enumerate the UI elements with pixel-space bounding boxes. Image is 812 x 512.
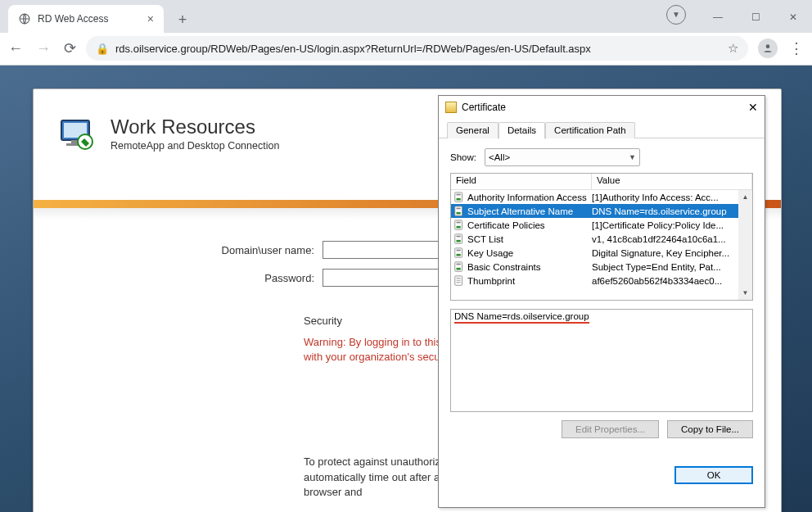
tab-certification-path[interactable]: Certification Path bbox=[545, 122, 635, 138]
svg-point-0 bbox=[20, 14, 29, 24]
new-tab-button[interactable]: + bbox=[170, 8, 195, 33]
profile-avatar-icon[interactable] bbox=[758, 39, 778, 58]
row-field: Thumbprint bbox=[467, 276, 592, 286]
close-tab-icon[interactable]: × bbox=[147, 12, 154, 25]
svg-rect-19 bbox=[455, 247, 462, 256]
row-field: SCT List bbox=[467, 234, 592, 244]
dialog-title: Certificate bbox=[462, 102, 506, 113]
svg-rect-16 bbox=[455, 233, 462, 242]
remoteapp-logo-icon bbox=[58, 116, 97, 155]
account-dropdown-icon[interactable]: ▼ bbox=[666, 5, 686, 25]
list-row[interactable]: SCT Listv1, 41c8cab1df22464a10c6a1... bbox=[451, 232, 752, 246]
svg-rect-10 bbox=[455, 206, 462, 215]
svg-rect-15 bbox=[457, 221, 461, 223]
list-row[interactable]: Basic ConstraintsSubject Type=End Entity… bbox=[451, 260, 752, 274]
list-row[interactable]: Subject Alternative NameDNS Name=rds.oil… bbox=[451, 204, 752, 218]
svg-rect-23 bbox=[457, 267, 461, 270]
list-row[interactable]: Thumbprintaf6ef5260ab562f4b3334aec0... bbox=[451, 274, 752, 288]
browser-chrome: RD Web Access × + ▼ — ☐ ✕ ← → ⟳ 🔒 rds.oi… bbox=[0, 0, 812, 66]
page-title: Work Resources bbox=[111, 116, 279, 138]
column-field-header[interactable]: Field bbox=[451, 174, 592, 189]
show-selected-value: <All> bbox=[489, 152, 510, 162]
back-button[interactable]: ← bbox=[8, 40, 23, 57]
extension-icon bbox=[453, 233, 466, 246]
dialog-tabs: General Details Certification Path bbox=[439, 119, 765, 138]
bookmark-star-icon[interactable]: ☆ bbox=[728, 41, 738, 56]
extension-icon bbox=[453, 247, 466, 260]
row-value: af6ef5260ab562f4b3334aec0... bbox=[592, 276, 752, 286]
svg-rect-9 bbox=[457, 193, 461, 195]
close-window-button[interactable]: ✕ bbox=[774, 5, 812, 29]
dialog-title-bar[interactable]: Certificate ✕ bbox=[439, 96, 765, 119]
svg-rect-11 bbox=[457, 211, 461, 214]
url-domain: rds.oilservice.group bbox=[115, 43, 208, 55]
maximize-button[interactable]: ☐ bbox=[737, 5, 774, 29]
fields-list: Field Value Authority Information Access… bbox=[450, 173, 753, 301]
row-field: Key Usage bbox=[467, 248, 592, 258]
svg-rect-24 bbox=[457, 263, 461, 265]
certificate-icon bbox=[445, 102, 457, 113]
extension-icon bbox=[453, 205, 466, 218]
certificate-dialog: Certificate ✕ General Details Certificat… bbox=[438, 95, 765, 508]
show-dropdown[interactable]: <All> ▼ bbox=[485, 148, 640, 166]
row-value: v1, 41c8cab1df22464a10c6a1... bbox=[592, 234, 752, 244]
window-controls: ▼ — ☐ ✕ bbox=[666, 5, 812, 33]
kebab-menu-icon[interactable]: ⋮ bbox=[789, 39, 804, 57]
extension-icon bbox=[453, 261, 466, 274]
tab-general[interactable]: General bbox=[447, 122, 498, 138]
svg-rect-17 bbox=[457, 239, 461, 242]
scroll-up-icon[interactable]: ▲ bbox=[738, 190, 752, 204]
svg-rect-22 bbox=[455, 261, 462, 270]
show-label: Show: bbox=[450, 152, 476, 162]
scrollbar[interactable]: ▲ ▼ bbox=[738, 190, 752, 300]
row-value: DNS Name=rds.oilservice.group bbox=[592, 206, 752, 216]
address-bar[interactable]: 🔒 rds.oilservice.group/RDWeb/Pages/en-US… bbox=[86, 36, 748, 61]
close-dialog-button[interactable]: ✕ bbox=[748, 101, 758, 114]
column-value-header[interactable]: Value bbox=[592, 174, 752, 189]
edit-properties-button: Edit Properties... bbox=[562, 420, 659, 438]
forward-button[interactable]: → bbox=[36, 40, 51, 57]
row-field: Certificate Policies bbox=[467, 220, 592, 230]
svg-rect-4 bbox=[71, 140, 79, 143]
svg-rect-21 bbox=[457, 249, 461, 251]
extension-icon bbox=[453, 219, 466, 232]
row-field: Authority Information Access bbox=[467, 193, 592, 202]
svg-rect-7 bbox=[455, 192, 462, 201]
browser-toolbar: ← → ⟳ 🔒 rds.oilservice.group/RDWeb/Pages… bbox=[0, 33, 812, 66]
svg-rect-8 bbox=[457, 197, 461, 200]
svg-rect-20 bbox=[457, 253, 461, 256]
page-subtitle: RemoteApp and Desktop Connection bbox=[111, 140, 279, 152]
url-path: /RDWeb/Pages/en-US/login.aspx?ReturnUrl=… bbox=[208, 43, 591, 55]
ok-button[interactable]: OK bbox=[674, 466, 753, 484]
lock-icon: 🔒 bbox=[96, 43, 109, 55]
password-label: Password: bbox=[264, 272, 314, 284]
domain-user-label: Domain\user name: bbox=[222, 244, 314, 256]
svg-rect-12 bbox=[457, 207, 461, 209]
svg-rect-3 bbox=[64, 123, 87, 138]
reload-button[interactable]: ⟳ bbox=[64, 39, 76, 57]
scroll-down-icon[interactable]: ▼ bbox=[738, 286, 752, 300]
svg-rect-14 bbox=[457, 225, 461, 228]
copy-to-file-button[interactable]: Copy to File... bbox=[667, 420, 753, 438]
svg-point-1 bbox=[766, 45, 770, 49]
selected-field-value: DNS Name=rds.oilservice.group bbox=[454, 311, 589, 324]
row-value: Subject Type=End Entity, Pat... bbox=[592, 262, 752, 272]
list-row[interactable]: Key UsageDigital Signature, Key Encipher… bbox=[451, 246, 752, 260]
minimize-button[interactable]: — bbox=[699, 5, 737, 29]
svg-rect-25 bbox=[455, 275, 462, 284]
row-field: Subject Alternative Name bbox=[467, 206, 592, 216]
tab-details[interactable]: Details bbox=[498, 122, 545, 139]
svg-rect-13 bbox=[455, 220, 462, 229]
svg-rect-2 bbox=[61, 120, 89, 140]
list-row[interactable]: Authority Information Access[1]Authority… bbox=[451, 190, 752, 204]
extension-icon bbox=[453, 191, 466, 204]
value-detail-box[interactable]: DNS Name=rds.oilservice.group bbox=[450, 309, 753, 412]
browser-tab[interactable]: RD Web Access × bbox=[8, 5, 164, 33]
svg-rect-5 bbox=[66, 143, 84, 146]
list-row[interactable]: Certificate Policies[1]Certificate Polic… bbox=[451, 218, 752, 232]
row-value: [1]Authority Info Access: Acc... bbox=[592, 193, 752, 202]
svg-point-6 bbox=[78, 134, 92, 149]
globe-icon bbox=[18, 12, 31, 25]
document-icon bbox=[453, 274, 466, 288]
svg-rect-18 bbox=[457, 235, 461, 237]
